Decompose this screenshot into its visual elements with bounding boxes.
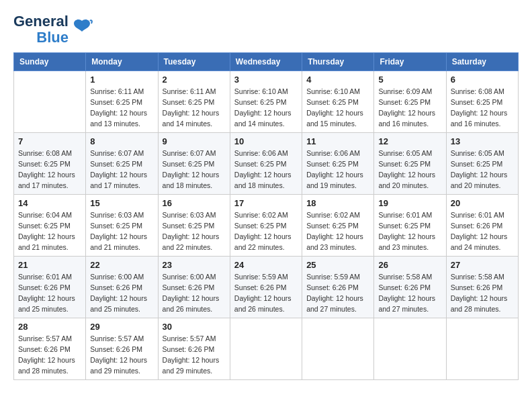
day-number: 27 — [451, 260, 514, 270]
day-info: Sunrise: 6:02 AMSunset: 6:25 PMDaylight:… — [234, 210, 298, 253]
day-number: 23 — [163, 260, 226, 270]
day-number: 17 — [234, 198, 298, 208]
calendar-cell: 24Sunrise: 5:59 AMSunset: 6:26 PMDayligh… — [230, 257, 302, 318]
day-number: 28 — [18, 322, 81, 332]
day-info: Sunrise: 5:58 AMSunset: 6:26 PMDaylight:… — [451, 272, 514, 314]
calendar-cell: 15Sunrise: 6:03 AMSunset: 6:25 PMDayligh… — [86, 195, 158, 257]
calendar-cell: 8Sunrise: 6:07 AMSunset: 6:25 PMDaylight… — [86, 133, 158, 195]
calendar-cell: 14Sunrise: 6:04 AMSunset: 6:25 PMDayligh… — [14, 195, 86, 257]
calendar-cell — [14, 71, 86, 133]
weekday-header-monday: Monday — [86, 53, 158, 71]
calendar-cell: 9Sunrise: 6:07 AMSunset: 6:25 PMDaylight… — [158, 133, 230, 195]
calendar-cell — [230, 318, 302, 380]
day-info: Sunrise: 6:06 AMSunset: 6:25 PMDaylight:… — [306, 148, 369, 191]
logo: General Blue — [13, 13, 93, 46]
calendar-cell: 16Sunrise: 6:03 AMSunset: 6:25 PMDayligh… — [158, 195, 230, 257]
day-info: Sunrise: 6:09 AMSunset: 6:25 PMDaylight:… — [378, 87, 441, 129]
day-info: Sunrise: 6:00 AMSunset: 6:26 PMDaylight:… — [90, 272, 153, 314]
day-number: 15 — [90, 198, 153, 208]
weekday-header-wednesday: Wednesday — [230, 53, 302, 71]
day-info: Sunrise: 6:04 AMSunset: 6:25 PMDaylight:… — [18, 210, 81, 253]
day-info: Sunrise: 6:11 AMSunset: 6:25 PMDaylight:… — [90, 87, 153, 129]
day-number: 30 — [163, 322, 226, 332]
weekday-header-friday: Friday — [374, 53, 446, 71]
day-info: Sunrise: 6:01 AMSunset: 6:25 PMDaylight:… — [378, 210, 441, 253]
calendar-cell: 29Sunrise: 5:57 AMSunset: 6:26 PMDayligh… — [86, 318, 158, 380]
day-info: Sunrise: 5:57 AMSunset: 6:26 PMDaylight:… — [163, 334, 226, 376]
day-info: Sunrise: 5:59 AMSunset: 6:26 PMDaylight:… — [306, 272, 369, 314]
calendar-cell: 5Sunrise: 6:09 AMSunset: 6:25 PMDaylight… — [374, 71, 446, 133]
day-info: Sunrise: 6:03 AMSunset: 6:25 PMDaylight:… — [90, 210, 153, 253]
day-info: Sunrise: 6:02 AMSunset: 6:25 PMDaylight:… — [306, 210, 369, 253]
calendar-cell — [374, 318, 446, 380]
day-number: 12 — [378, 136, 441, 146]
day-info: Sunrise: 6:05 AMSunset: 6:25 PMDaylight:… — [378, 148, 441, 191]
calendar-cell: 7Sunrise: 6:08 AMSunset: 6:25 PMDaylight… — [14, 133, 86, 195]
day-number: 25 — [306, 260, 369, 270]
day-info: Sunrise: 6:07 AMSunset: 6:25 PMDaylight:… — [90, 148, 153, 191]
day-info: Sunrise: 6:07 AMSunset: 6:25 PMDaylight:… — [163, 148, 226, 191]
calendar-cell — [302, 318, 374, 380]
day-number: 20 — [451, 198, 514, 208]
day-info: Sunrise: 6:05 AMSunset: 6:25 PMDaylight:… — [451, 148, 514, 191]
day-number: 24 — [234, 260, 298, 270]
calendar-cell: 22Sunrise: 6:00 AMSunset: 6:26 PMDayligh… — [86, 257, 158, 318]
calendar-cell: 30Sunrise: 5:57 AMSunset: 6:26 PMDayligh… — [158, 318, 230, 380]
calendar-cell: 26Sunrise: 5:58 AMSunset: 6:26 PMDayligh… — [374, 257, 446, 318]
day-number: 9 — [163, 136, 226, 146]
day-number: 21 — [18, 260, 81, 270]
calendar-cell: 23Sunrise: 6:00 AMSunset: 6:26 PMDayligh… — [158, 257, 230, 318]
calendar-cell: 12Sunrise: 6:05 AMSunset: 6:25 PMDayligh… — [374, 133, 446, 195]
day-info: Sunrise: 5:59 AMSunset: 6:26 PMDaylight:… — [234, 272, 298, 314]
weekday-header-thursday: Thursday — [302, 53, 374, 71]
day-number: 16 — [163, 198, 226, 208]
calendar-cell: 2Sunrise: 6:11 AMSunset: 6:25 PMDaylight… — [158, 71, 230, 133]
day-number: 11 — [306, 136, 369, 146]
calendar-cell: 27Sunrise: 5:58 AMSunset: 6:26 PMDayligh… — [446, 257, 518, 318]
calendar-cell: 6Sunrise: 6:08 AMSunset: 6:25 PMDaylight… — [446, 71, 518, 133]
logo-bird-icon — [71, 15, 93, 42]
calendar-cell: 25Sunrise: 5:59 AMSunset: 6:26 PMDayligh… — [302, 257, 374, 318]
day-number: 6 — [451, 75, 514, 85]
logo-line1: General — [13, 13, 69, 30]
weekday-header-sunday: Sunday — [14, 53, 86, 71]
day-number: 4 — [306, 75, 369, 85]
day-number: 19 — [378, 198, 441, 208]
day-info: Sunrise: 5:57 AMSunset: 6:26 PMDaylight:… — [90, 334, 153, 376]
logo-line2: Blue — [36, 30, 69, 46]
calendar-cell: 11Sunrise: 6:06 AMSunset: 6:25 PMDayligh… — [302, 133, 374, 195]
page-header: General Blue — [13, 13, 519, 46]
day-number: 14 — [18, 198, 81, 208]
calendar-cell: 20Sunrise: 6:01 AMSunset: 6:26 PMDayligh… — [446, 195, 518, 257]
calendar-cell: 19Sunrise: 6:01 AMSunset: 6:25 PMDayligh… — [374, 195, 446, 257]
day-info: Sunrise: 6:11 AMSunset: 6:25 PMDaylight:… — [163, 87, 226, 129]
day-number: 18 — [306, 198, 369, 208]
day-info: Sunrise: 6:08 AMSunset: 6:25 PMDaylight:… — [18, 148, 81, 191]
calendar-cell: 17Sunrise: 6:02 AMSunset: 6:25 PMDayligh… — [230, 195, 302, 257]
calendar-table: SundayMondayTuesdayWednesdayThursdayFrid… — [13, 52, 519, 380]
calendar-cell: 3Sunrise: 6:10 AMSunset: 6:25 PMDaylight… — [230, 71, 302, 133]
calendar-cell: 10Sunrise: 6:06 AMSunset: 6:25 PMDayligh… — [230, 133, 302, 195]
calendar-cell: 28Sunrise: 5:57 AMSunset: 6:26 PMDayligh… — [14, 318, 86, 380]
day-info: Sunrise: 6:06 AMSunset: 6:25 PMDaylight:… — [234, 148, 298, 191]
weekday-header-tuesday: Tuesday — [158, 53, 230, 71]
day-number: 3 — [234, 75, 298, 85]
calendar-cell: 18Sunrise: 6:02 AMSunset: 6:25 PMDayligh… — [302, 195, 374, 257]
day-info: Sunrise: 6:03 AMSunset: 6:25 PMDaylight:… — [163, 210, 226, 253]
weekday-header-saturday: Saturday — [446, 53, 518, 71]
calendar-cell: 21Sunrise: 6:01 AMSunset: 6:26 PMDayligh… — [14, 257, 86, 318]
day-number: 29 — [90, 322, 153, 332]
calendar-cell — [446, 318, 518, 380]
day-info: Sunrise: 5:57 AMSunset: 6:26 PMDaylight:… — [18, 334, 81, 376]
day-info: Sunrise: 5:58 AMSunset: 6:26 PMDaylight:… — [378, 272, 441, 314]
day-number: 22 — [90, 260, 153, 270]
day-number: 1 — [90, 75, 153, 85]
day-info: Sunrise: 6:01 AMSunset: 6:26 PMDaylight:… — [18, 272, 81, 314]
calendar-cell: 1Sunrise: 6:11 AMSunset: 6:25 PMDaylight… — [86, 71, 158, 133]
day-number: 13 — [451, 136, 514, 146]
day-number: 10 — [234, 136, 298, 146]
day-number: 8 — [90, 136, 153, 146]
day-info: Sunrise: 6:01 AMSunset: 6:26 PMDaylight:… — [451, 210, 514, 253]
day-info: Sunrise: 6:10 AMSunset: 6:25 PMDaylight:… — [306, 87, 369, 129]
calendar-cell: 4Sunrise: 6:10 AMSunset: 6:25 PMDaylight… — [302, 71, 374, 133]
